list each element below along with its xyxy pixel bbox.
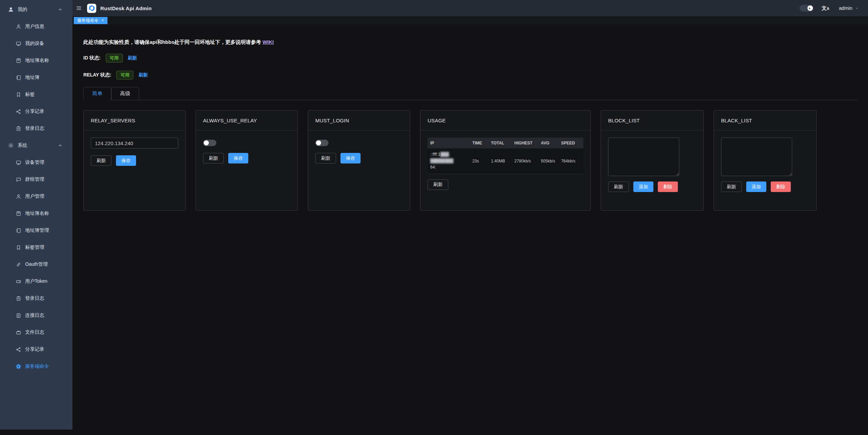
- refresh-button[interactable]: 刷新: [315, 153, 336, 163]
- sidebar-item-group-management[interactable]: 群组管理: [0, 171, 72, 188]
- save-button[interactable]: 保存: [228, 153, 248, 163]
- total-cell: 1.40MB: [488, 149, 512, 174]
- sidebar-item-server-commands[interactable]: 服务端命令: [0, 358, 72, 375]
- id-status-label: ID 状态:: [83, 55, 101, 61]
- refresh-button[interactable]: 刷新: [203, 153, 224, 163]
- card-body: 刷新 保存: [308, 130, 410, 171]
- monitor-icon: [16, 160, 21, 166]
- share-icon: [16, 347, 21, 352]
- sidebar-item-label: 分享记录: [25, 346, 44, 352]
- sidebar-item-label: 系统: [18, 142, 27, 149]
- column-header: IP: [428, 138, 470, 149]
- sidebar-section-my[interactable]: 我的: [0, 1, 72, 18]
- card-title: USAGE: [420, 110, 590, 130]
- black-list-textarea[interactable]: [721, 138, 792, 176]
- close-icon[interactable]: ×: [102, 18, 104, 22]
- button-row: 刷新 保存: [315, 153, 403, 163]
- block-list-textarea[interactable]: [608, 138, 679, 176]
- refresh-link[interactable]: 刷新: [138, 72, 148, 78]
- button-row: 刷新: [428, 179, 583, 190]
- refresh-button[interactable]: 刷新: [91, 155, 112, 166]
- usage-table: IP TIME TOTAL HIGHEST AVG SPEED ::ffff:1…: [428, 138, 583, 174]
- save-button[interactable]: 保存: [340, 153, 361, 163]
- sidebar-item-label: 用户Token: [25, 278, 47, 284]
- rustdesk-logo: [87, 4, 96, 13]
- moon-icon: [808, 6, 812, 10]
- tab-simple[interactable]: 简单: [83, 87, 111, 100]
- chat-icon: [16, 177, 21, 182]
- sidebar-item-my-devices[interactable]: 我的设备: [0, 35, 72, 52]
- refresh-button[interactable]: 刷新: [428, 179, 448, 190]
- redacted-ip: ████████: [430, 158, 453, 163]
- tab-server-commands[interactable]: 服务端命令 ×: [74, 17, 107, 24]
- sidebar-item-address-book-management[interactable]: 地址簿管理: [0, 222, 72, 239]
- card-body: 刷新 保存: [196, 130, 298, 171]
- sidebar-item-label: 文件日志: [25, 329, 44, 335]
- column-header: TIME: [470, 138, 488, 149]
- ip-cell: ::ffff:1███. ████████ 64:: [428, 149, 470, 174]
- card-body: IP TIME TOTAL HIGHEST AVG SPEED ::ffff:1…: [420, 130, 590, 197]
- sidebar-item-tags[interactable]: 标签: [0, 86, 72, 103]
- card-must-login: MUST_LOGIN 刷新 保存: [308, 110, 410, 211]
- must-login-toggle[interactable]: [315, 140, 329, 146]
- sidebar-item-file-logs[interactable]: 文件日志: [0, 324, 72, 341]
- relay-status-row: RELAY 状态: 可用 刷新: [83, 71, 868, 80]
- column-header: TOTAL: [488, 138, 512, 149]
- folder-icon: [16, 330, 21, 335]
- sidebar-item-user-info[interactable]: 用户信息: [0, 18, 72, 35]
- notebook-icon: [16, 75, 21, 81]
- delete-button[interactable]: 删除: [771, 181, 791, 192]
- sidebar-item-oauth-management[interactable]: Oauth管理: [0, 256, 72, 273]
- card-relay-servers: RELAY_SERVERS 刷新 保存: [83, 110, 186, 211]
- sidebar-item-share-records-admin[interactable]: 分享记录: [0, 341, 72, 358]
- sidebar-item-address-book[interactable]: 地址簿: [0, 69, 72, 86]
- sidebar-item-user-token[interactable]: 用户Token: [0, 273, 72, 290]
- sidebar-item-label: 标签: [25, 91, 35, 98]
- chevron-down-icon: [855, 6, 859, 11]
- sidebar-item-address-book-names[interactable]: 地址簿名称: [0, 52, 72, 69]
- sidebar-section-system[interactable]: 系统: [0, 137, 72, 154]
- user-menu[interactable]: admin: [839, 5, 859, 11]
- sidebar-item-label: 我的: [18, 6, 27, 13]
- always-use-relay-toggle[interactable]: [203, 140, 216, 146]
- refresh-link[interactable]: 刷新: [128, 55, 137, 61]
- card-body: 刷新 添加 删除: [714, 130, 816, 199]
- speed-cell: 764kb/s: [558, 149, 583, 174]
- sidebar-item-address-book-names-admin[interactable]: 地址簿名称: [0, 205, 72, 222]
- sidebar-item-label: 群组管理: [25, 176, 44, 182]
- card-title: RELAY_SERVERS: [84, 110, 185, 130]
- ip-visible: 64:: [430, 165, 436, 170]
- tab-advanced[interactable]: 高级: [111, 87, 139, 100]
- refresh-button[interactable]: 刷新: [608, 181, 629, 192]
- add-button[interactable]: 添加: [633, 181, 653, 192]
- notice-text: 此处功能为实验性质，请确保api和hbbs处于同一回环地址下，更多说明请参考: [83, 39, 263, 45]
- refresh-button[interactable]: 刷新: [721, 181, 742, 192]
- wiki-link[interactable]: WIKI: [263, 39, 274, 45]
- notebook-icon: [16, 228, 21, 233]
- delete-button[interactable]: 删除: [658, 181, 678, 192]
- link-icon: [16, 262, 21, 267]
- sidebar-item-login-logs-admin[interactable]: 登录日志: [0, 290, 72, 307]
- main-content: 此处功能为实验性质，请确保api和hbbs处于同一回环地址下，更多说明请参考 W…: [72, 24, 868, 435]
- sidebar-item-label: 设备管理: [25, 159, 44, 166]
- add-button[interactable]: 添加: [746, 181, 766, 192]
- id-status-row: ID 状态: 可用 刷新: [83, 54, 868, 63]
- language-switch-icon[interactable]: 文A: [822, 5, 830, 12]
- dark-mode-toggle[interactable]: [800, 5, 814, 12]
- monitor-icon: [16, 41, 21, 47]
- relay-servers-input[interactable]: [91, 138, 178, 149]
- collapse-sidebar-icon[interactable]: [76, 5, 82, 11]
- save-button[interactable]: 保存: [116, 155, 136, 166]
- sidebar-item-label: 分享记录: [25, 108, 44, 115]
- sidebar-item-tag-management[interactable]: 标签管理: [0, 239, 72, 256]
- sidebar-item-user-management[interactable]: 用户管理: [0, 188, 72, 205]
- card-title: BLOCK_LIST: [601, 110, 703, 130]
- sidebar-item-device-management[interactable]: 设备管理: [0, 154, 72, 171]
- button-row: 刷新 保存: [203, 153, 290, 163]
- gear-icon: [8, 142, 14, 149]
- sidebar-item-login-logs[interactable]: 登录日志: [0, 120, 72, 137]
- card-black-list: BLACK_LIST 刷新 添加 删除: [714, 110, 817, 211]
- sidebar-item-label: 标签管理: [25, 244, 44, 250]
- sidebar-item-connection-logs[interactable]: 连接日志: [0, 307, 72, 324]
- sidebar-item-share-records[interactable]: 分享记录: [0, 103, 72, 120]
